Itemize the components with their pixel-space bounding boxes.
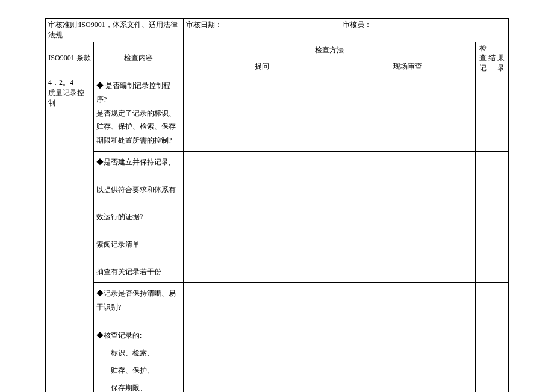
clause-title: 质量记录控制 — [48, 89, 84, 107]
question-header: 提问 — [184, 58, 340, 75]
result-cell-4 — [476, 325, 509, 392]
content4-item: 贮存、保护、 — [96, 364, 181, 378]
question-cell-2 — [184, 151, 340, 282]
audit-date-cell: 审核日期： — [184, 19, 340, 42]
result-header: 检 查结果记录 — [476, 42, 509, 75]
question-cell-1 — [184, 75, 340, 151]
header-row-1: 审核准则:ISO9001，体系文件、适用法律法规 审核日期： 审核员： — [46, 19, 509, 42]
clause-header: ISO9001 条款 — [46, 42, 94, 75]
clause-cell: 4．2。4 质量记录控制 — [46, 75, 94, 392]
result-cell-1 — [476, 75, 509, 151]
onsite-cell-2 — [340, 151, 476, 282]
auditor-cell: 审核员： — [340, 19, 509, 42]
criteria-cell: 审核准则:ISO9001，体系文件、适用法律法规 — [46, 19, 184, 42]
check-content-4: ◆核查记录的: 标识、检索、 贮存、保护、 保存期限、 处置的符合性 — [94, 325, 184, 392]
clause-number: 4．2。4 — [48, 78, 73, 87]
content-row-2: ◆是否建立并保持记录, 以提供符合要求和体系有 效运行的证据? 索阅记录清单 抽… — [46, 151, 509, 282]
audit-form-table-1: 审核准则:ISO9001，体系文件、适用法律法规 审核日期： 审核员： ISO9… — [45, 18, 509, 392]
content4-item: 保存期限、 — [96, 381, 181, 392]
onsite-cell-1 — [340, 75, 476, 151]
content4-lead: ◆核查记录的: — [96, 329, 181, 343]
check-content-2: ◆是否建立并保持记录, 以提供符合要求和体系有 效运行的证据? 索阅记录清单 抽… — [94, 151, 184, 282]
content4-item: 标识、检索、 — [96, 346, 181, 360]
question-cell-4 — [184, 325, 340, 392]
check-content-1: ◆ 是否编制记录控制程序? 是否规定了记录的标识、贮存、保护、检索、保存期限和处… — [94, 75, 184, 151]
onsite-cell-4 — [340, 325, 476, 392]
result-cell-2 — [476, 151, 509, 282]
result-cell-3 — [476, 283, 509, 325]
content-header: 检查内容 — [94, 42, 184, 75]
method-header: 检查方法 — [184, 42, 476, 58]
column-header-row-1: ISO9001 条款 检查内容 检查方法 检 查结果记录 — [46, 42, 509, 58]
question-cell-3 — [184, 283, 340, 325]
content-row-3: ◆记录是否保持清晰、易 于识别? — [46, 283, 509, 325]
content-row-4: ◆核查记录的: 标识、检索、 贮存、保护、 保存期限、 处置的符合性 — [46, 325, 509, 392]
onsite-header: 现场审查 — [340, 58, 476, 75]
onsite-cell-3 — [340, 283, 476, 325]
check-content-3: ◆记录是否保持清晰、易 于识别? — [94, 283, 184, 325]
content-row-1: 4．2。4 质量记录控制 ◆ 是否编制记录控制程序? 是否规定了记录的标识、贮存… — [46, 75, 509, 151]
